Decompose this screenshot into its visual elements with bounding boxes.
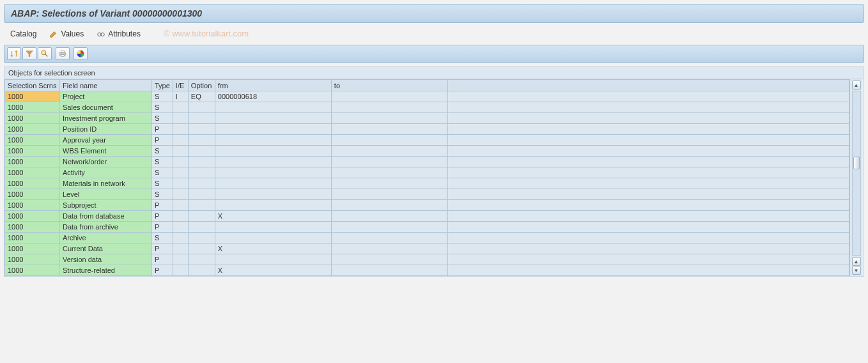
cell-option[interactable]	[188, 189, 215, 200]
cell-frm[interactable]	[215, 135, 331, 146]
cell-to[interactable]	[331, 243, 447, 254]
filter-button[interactable]	[22, 47, 36, 60]
cell-scrn[interactable]: 1000	[5, 124, 60, 135]
table-row[interactable]: 1000Approval yearP	[5, 135, 849, 146]
cell-type[interactable]: P	[152, 200, 173, 211]
cell-to[interactable]	[331, 113, 447, 124]
cell-ie[interactable]	[173, 113, 188, 124]
cell-option[interactable]	[188, 211, 215, 222]
cell-fname[interactable]: Current Data	[60, 243, 152, 254]
cell-type[interactable]: S	[152, 178, 173, 189]
cell-type[interactable]: S	[152, 167, 173, 178]
scroll-track[interactable]	[852, 91, 861, 256]
cell-scrn[interactable]: 1000	[5, 135, 60, 146]
scroll-thumb[interactable]	[853, 157, 860, 169]
vertical-scrollbar[interactable]: ▲ ▲ ▼	[849, 79, 862, 276]
cell-fname[interactable]: Investment program	[60, 113, 152, 124]
table-row[interactable]: 1000WBS ElementS	[5, 146, 849, 157]
cell-frm[interactable]	[215, 200, 331, 211]
cell-to[interactable]	[331, 233, 447, 243]
cell-type[interactable]: P	[152, 243, 173, 254]
cell-fname[interactable]: Approval year	[60, 135, 152, 146]
cell-scrn[interactable]: 1000	[5, 211, 60, 222]
cell-ie[interactable]	[173, 135, 188, 146]
cell-fname[interactable]: WBS Element	[60, 146, 152, 157]
cell-ie[interactable]	[173, 189, 188, 200]
color-button[interactable]	[74, 47, 88, 60]
col-option[interactable]: Option	[188, 80, 215, 91]
col-ie[interactable]: I/E	[173, 80, 188, 91]
cell-fname[interactable]: Network/order	[60, 157, 152, 167]
cell-fname[interactable]: Subproject	[60, 200, 152, 211]
table-row[interactable]: 1000Current DataPX	[5, 243, 849, 254]
cell-frm[interactable]: 0000000618	[215, 91, 331, 102]
cell-type[interactable]: S	[152, 157, 173, 167]
cell-option[interactable]	[188, 146, 215, 157]
cell-type[interactable]: P	[152, 124, 173, 135]
cell-type[interactable]: S	[152, 146, 173, 157]
cell-scrn[interactable]: 1000	[5, 102, 60, 113]
find-button[interactable]	[38, 47, 52, 60]
cell-type[interactable]: P	[152, 222, 173, 233]
table-row[interactable]: 1000Sales documentS	[5, 102, 849, 113]
cell-type[interactable]: P	[152, 211, 173, 222]
table-row[interactable]: 1000ProjectSIEQ0000000618	[5, 91, 849, 102]
cell-option[interactable]	[188, 243, 215, 254]
table-row[interactable]: 1000Position IDP	[5, 124, 849, 135]
col-fname[interactable]: Field name	[60, 80, 152, 91]
cell-to[interactable]	[331, 211, 447, 222]
cell-option[interactable]	[188, 167, 215, 178]
cell-scrn[interactable]: 1000	[5, 189, 60, 200]
cell-fname[interactable]: Archive	[60, 233, 152, 243]
col-scrn[interactable]: Selection Scrns	[5, 80, 60, 91]
cell-fname[interactable]: Materials in network	[60, 178, 152, 189]
cell-scrn[interactable]: 1000	[5, 233, 60, 243]
cell-frm[interactable]	[215, 222, 331, 233]
cell-fname[interactable]: Position ID	[60, 124, 152, 135]
values-button[interactable]: Values	[49, 29, 84, 38]
cell-option[interactable]: EQ	[188, 91, 215, 102]
cell-frm[interactable]	[215, 189, 331, 200]
cell-scrn[interactable]: 1000	[5, 178, 60, 189]
cell-option[interactable]	[188, 135, 215, 146]
cell-frm[interactable]	[215, 167, 331, 178]
cell-fname[interactable]: Activity	[60, 167, 152, 178]
table-row[interactable]: 1000Version dataP	[5, 254, 849, 265]
cell-option[interactable]	[188, 222, 215, 233]
cell-fname[interactable]: Version data	[60, 254, 152, 265]
cell-fname[interactable]: Project	[60, 91, 152, 102]
table-row[interactable]: 1000ActivityS	[5, 167, 849, 178]
cell-ie[interactable]: I	[173, 91, 188, 102]
cell-option[interactable]	[188, 113, 215, 124]
cell-ie[interactable]	[173, 222, 188, 233]
sort-button[interactable]	[7, 47, 21, 60]
cell-ie[interactable]	[173, 233, 188, 243]
cell-scrn[interactable]: 1000	[5, 91, 60, 102]
cell-to[interactable]	[331, 167, 447, 178]
table-row[interactable]: 1000Structure-relatedPX	[5, 265, 849, 276]
cell-type[interactable]: S	[152, 91, 173, 102]
cell-to[interactable]	[331, 189, 447, 200]
cell-option[interactable]	[188, 124, 215, 135]
cell-fname[interactable]: Data from archive	[60, 222, 152, 233]
cell-scrn[interactable]: 1000	[5, 167, 60, 178]
cell-ie[interactable]	[173, 178, 188, 189]
cell-scrn[interactable]: 1000	[5, 222, 60, 233]
cell-frm[interactable]	[215, 178, 331, 189]
table-row[interactable]: 1000Data from databasePX	[5, 211, 849, 222]
cell-frm[interactable]	[215, 113, 331, 124]
cell-frm[interactable]: X	[215, 211, 331, 222]
cell-scrn[interactable]: 1000	[5, 113, 60, 124]
cell-option[interactable]	[188, 233, 215, 243]
cell-frm[interactable]: X	[215, 243, 331, 254]
cell-type[interactable]: P	[152, 254, 173, 265]
cell-ie[interactable]	[173, 265, 188, 276]
cell-fname[interactable]: Structure-related	[60, 265, 152, 276]
cell-option[interactable]	[188, 178, 215, 189]
scroll-down-icon[interactable]: ▼	[852, 266, 861, 275]
table-row[interactable]: 1000LevelS	[5, 189, 849, 200]
cell-to[interactable]	[331, 178, 447, 189]
table-row[interactable]: 1000SubprojectP	[5, 200, 849, 211]
cell-frm[interactable]	[215, 102, 331, 113]
table-row[interactable]: 1000Data from archiveP	[5, 222, 849, 233]
